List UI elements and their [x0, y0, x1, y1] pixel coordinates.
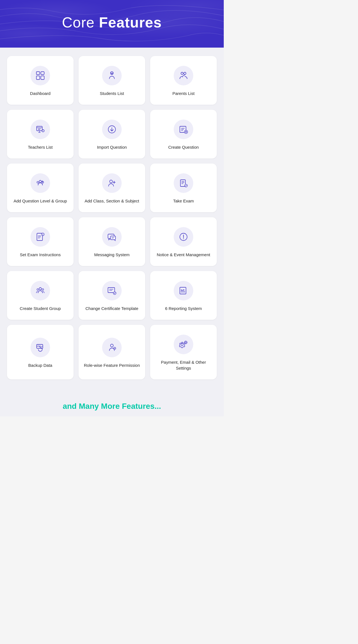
feature-card-create-student-group[interactable]: Create Student Group: [7, 271, 74, 320]
students-list-label: Students List: [100, 90, 124, 96]
messaging-system-label: Messaging System: [94, 252, 130, 258]
set-exam-instructions-icon: [30, 227, 50, 247]
create-student-group-label: Create Student Group: [20, 305, 61, 311]
create-student-group-icon: [30, 281, 50, 300]
teachers-list-icon: [30, 120, 50, 139]
svg-point-7: [184, 72, 186, 74]
parents-list-label: Parents List: [172, 90, 194, 96]
main-content: Dashboard Students List Parents List Tea…: [0, 48, 224, 391]
svg-point-67: [181, 343, 183, 346]
feature-card-take-exam[interactable]: Take Exam: [150, 164, 217, 212]
take-exam-label: Take Exam: [173, 198, 194, 204]
svg-point-10: [42, 130, 44, 132]
add-class-icon: [102, 173, 122, 193]
svg-rect-3: [41, 76, 44, 80]
svg-point-49: [39, 288, 41, 290]
dashboard-label: Dashboard: [30, 90, 50, 96]
feature-card-add-question-level[interactable]: Add Question Level & Group: [7, 164, 74, 212]
create-question-icon: [174, 120, 193, 139]
parents-list-icon: [174, 66, 193, 85]
page-title: Core Features: [6, 14, 218, 31]
backup-data-label: Backup Data: [28, 362, 52, 368]
feature-card-dashboard[interactable]: Dashboard: [7, 56, 74, 105]
import-question-label: Import Question: [97, 144, 127, 150]
title-bold: Features: [99, 14, 162, 31]
svg-point-48: [183, 238, 184, 239]
svg-point-51: [42, 289, 44, 290]
feature-card-notice-event[interactable]: Notice & Event Management: [150, 217, 217, 266]
create-question-label: Create Question: [168, 144, 199, 150]
svg-point-6: [181, 72, 183, 74]
take-exam-icon: [174, 173, 193, 193]
svg-rect-56: [180, 287, 186, 294]
title-light: Core: [62, 14, 99, 31]
feature-card-role-feature[interactable]: Role-wise Feature Permission: [79, 325, 145, 379]
teachers-list-label: Teachers List: [28, 144, 53, 150]
svg-point-39: [43, 235, 43, 236]
feature-card-parents-list[interactable]: Parents List: [150, 56, 217, 105]
svg-point-25: [42, 181, 44, 183]
svg-point-24: [37, 181, 39, 183]
role-feature-icon: [102, 338, 122, 357]
svg-point-50: [37, 289, 39, 290]
messaging-system-icon: [102, 227, 122, 247]
svg-point-23: [39, 180, 41, 183]
svg-point-28: [110, 180, 112, 183]
certificate-template-label: Change Certificate Template: [86, 305, 138, 311]
feature-card-certificate-template[interactable]: Change Certificate Template: [79, 271, 145, 320]
svg-rect-0: [36, 72, 40, 74]
svg-rect-44: [110, 236, 116, 240]
reporting-system-label: 6 Reporting System: [165, 305, 202, 311]
backup-data-icon: [30, 338, 50, 357]
svg-point-63: [38, 345, 38, 346]
svg-rect-5: [111, 74, 113, 74]
feature-card-payment-settings[interactable]: Payment, Email & Other Settings: [150, 325, 217, 379]
feature-card-import-question[interactable]: Import Question: [79, 110, 145, 158]
reporting-system-icon: [174, 281, 193, 300]
certificate-template-icon: [102, 281, 122, 300]
feature-card-add-class[interactable]: Add Class, Section & Subject: [79, 164, 145, 212]
notice-event-label: Notice & Event Management: [157, 252, 210, 258]
footer-text: and Many More Features...: [0, 391, 224, 416]
feature-card-set-exam-instructions[interactable]: Set Exam Instructions: [7, 217, 74, 266]
set-exam-instructions-label: Set Exam Instructions: [20, 252, 61, 258]
add-question-level-icon: [30, 173, 50, 193]
feature-card-backup-data[interactable]: Backup Data: [7, 325, 74, 379]
svg-rect-8: [37, 126, 42, 131]
features-grid: Dashboard Students List Parents List Tea…: [7, 56, 217, 379]
svg-point-65: [110, 344, 113, 347]
header: Core Features: [0, 0, 224, 48]
feature-card-messaging-system[interactable]: Messaging System: [79, 217, 145, 266]
payment-settings-label: Payment, Email & Other Settings: [154, 359, 213, 371]
role-feature-label: Role-wise Feature Permission: [84, 362, 140, 368]
svg-rect-1: [41, 72, 44, 74]
add-class-label: Add Class, Section & Subject: [84, 198, 139, 204]
payment-settings-icon: [174, 335, 193, 354]
svg-rect-52: [108, 288, 115, 293]
import-question-icon: [102, 120, 122, 139]
students-list-icon: [102, 66, 122, 85]
feature-card-create-question[interactable]: Create Question: [150, 110, 217, 158]
feature-card-students-list[interactable]: Students List: [79, 56, 145, 105]
svg-rect-2: [36, 76, 40, 80]
feature-card-reporting-system[interactable]: 6 Reporting System: [150, 271, 217, 320]
feature-card-teachers-list[interactable]: Teachers List: [7, 110, 74, 158]
notice-event-icon: [174, 227, 193, 247]
dashboard-icon: [30, 66, 50, 85]
svg-point-64: [39, 345, 39, 346]
add-question-level-label: Add Question Level & Group: [14, 198, 67, 204]
